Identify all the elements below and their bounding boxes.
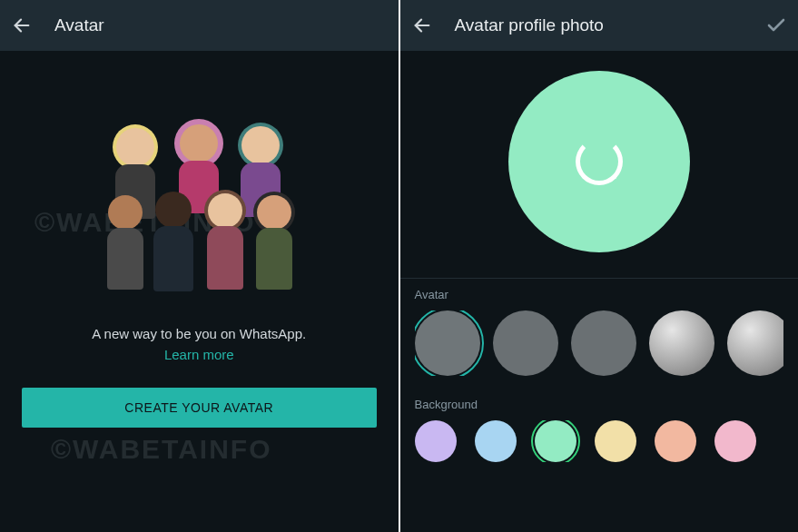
background-swatch[interactable] (714, 420, 756, 462)
background-section: Background (400, 389, 799, 475)
section-label-avatar: Avatar (415, 288, 784, 301)
avatar-profile-photo-panel: Avatar profile photo ©WABETAINFO Avatar … (400, 0, 799, 532)
avatar-swatch-row (415, 310, 784, 376)
back-arrow-icon[interactable] (411, 15, 433, 36)
background-swatch[interactable] (655, 420, 696, 462)
background-swatch[interactable] (475, 420, 517, 462)
section-label-background: Background (415, 398, 784, 411)
page-title: Avatar profile photo (455, 15, 744, 35)
create-avatar-button[interactable]: CREATE YOUR AVATAR (22, 388, 377, 428)
back-arrow-icon[interactable] (11, 15, 33, 36)
avatar-cluster-illustration (99, 119, 299, 300)
intro-content: ©WABETAINFO ©WABETAINFO A new way to be … (0, 51, 399, 532)
confirm-check-icon[interactable] (765, 15, 787, 36)
avatar-preview-area (400, 51, 799, 278)
avatar-intro-panel: Avatar ©WABETAINFO ©WABETAINFO A new way… (0, 0, 399, 532)
background-swatch[interactable] (535, 420, 576, 462)
page-title: Avatar (54, 15, 388, 35)
header: Avatar profile photo (400, 0, 799, 51)
avatar-swatch[interactable] (727, 310, 784, 376)
avatar-swatch[interactable] (649, 310, 714, 376)
header: Avatar (0, 0, 399, 51)
tagline-text: A new way to be you on WhatsApp. (92, 326, 306, 341)
avatar-preview-circle (508, 71, 690, 252)
background-swatch[interactable] (415, 420, 457, 462)
background-swatch[interactable] (595, 420, 636, 462)
avatar-pose-section: Avatar (400, 279, 799, 389)
avatar-swatch[interactable] (571, 310, 636, 376)
avatar-swatch[interactable] (415, 310, 480, 376)
background-swatch-row (415, 420, 784, 462)
watermark: ©WABETAINFO (51, 434, 272, 465)
learn-more-link[interactable]: Learn more (164, 347, 234, 362)
avatar-swatch[interactable] (493, 310, 558, 376)
loading-spinner-icon (576, 138, 623, 185)
